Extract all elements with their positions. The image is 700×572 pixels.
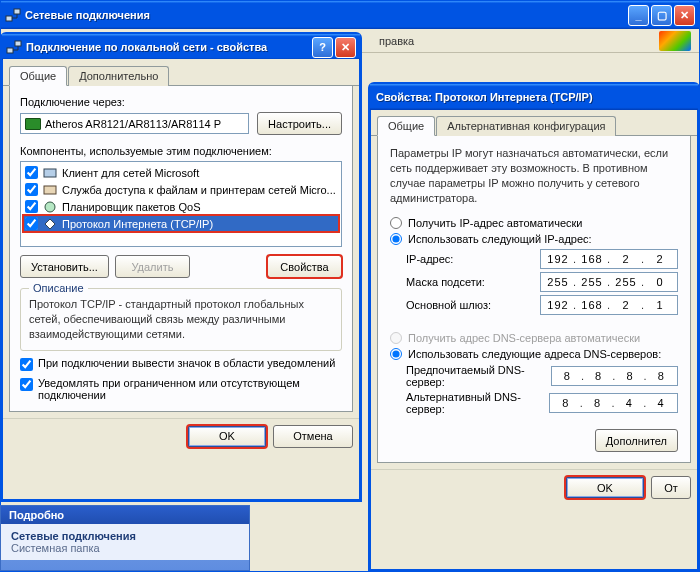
svg-rect-4 [44,169,56,177]
list-item-tcpip[interactable]: Протокол Интернета (TCP/IP) [23,215,339,232]
minimize-button[interactable]: _ [628,5,649,26]
components-label: Компоненты, используемые этим подключени… [20,145,342,157]
qos-icon [42,199,58,215]
item-label: Планировщик пакетов QoS [62,201,201,213]
ip-manual-label: Использовать следующий IP-адрес: [408,233,592,245]
adapter-icon [25,118,41,130]
ok-button[interactable]: OK [565,476,645,499]
details-panel: Подробно Сетевые подключения Системная п… [0,505,250,571]
dns-manual-label: Использовать следующие адреса DNS-сервер… [408,348,661,360]
tab-general[interactable]: Общие [9,66,67,86]
protocol-icon [42,216,58,232]
svg-point-6 [45,202,55,212]
client-icon [42,165,58,181]
dns2-input[interactable]: 8. 8. 4. 4 [549,393,678,413]
gw-label: Основной шлюз: [406,299,491,311]
cancel-button[interactable]: Отмена [273,425,353,448]
svg-rect-1 [14,9,20,14]
item-label: Протокол Интернета (TCP/IP) [62,218,213,230]
parent-title: Сетевые подключения [25,9,628,21]
svg-rect-2 [7,48,13,53]
tcpip-tabstrip: Общие Альтернативная конфигурация [371,109,697,136]
ip-input[interactable]: 192. 168. 2. 2 [540,249,678,269]
gw-input[interactable]: 192. 168. 2. 1 [540,295,678,315]
tcpip-titlebar: Свойства: Протокол Интернета (TCP/IP) [370,84,698,110]
tab-general[interactable]: Общие [377,116,435,136]
ok-button[interactable]: OK [187,425,267,448]
mask-label: Маска подсети: [406,276,485,288]
dns-auto-radio [390,332,402,344]
properties-button[interactable]: Свойства [267,255,342,278]
notify-checkbox[interactable] [20,378,33,391]
lan-icon [6,39,22,55]
adapter-name: Atheros AR8121/AR8113/AR8114 P [45,118,221,130]
details-line1: Сетевые подключения [11,530,239,542]
svg-rect-0 [6,16,12,21]
checkbox[interactable] [25,166,38,179]
dns2-label: Альтернативный DNS-сервер: [406,391,549,415]
ip-label: IP-адрес: [406,253,453,265]
close-button[interactable]: ✕ [335,37,356,58]
tray-icon-label: При подключении вывести значок в области… [38,357,335,369]
connect-via-label: Подключение через: [20,96,342,108]
lan-titlebar: Подключение по локальной сети - свойства… [2,34,360,60]
list-item[interactable]: Служба доступа к файлам и принтерам сете… [23,181,339,198]
tcpip-buttonbar: OK От [371,469,697,505]
item-label: Служба доступа к файлам и принтерам сете… [62,184,336,196]
advanced-button[interactable]: Дополнител [595,429,678,452]
tcpip-general-panel: Параметры IP могут назначаться автоматич… [377,136,691,463]
dns-manual-radio[interactable] [390,348,402,360]
ip-auto-label: Получить IP-адрес автоматически [408,217,582,229]
mask-input[interactable]: 255. 255. 255. 0 [540,272,678,292]
dns1-input[interactable]: 8. 8. 8. 8 [551,366,678,386]
remove-button: Удалить [115,255,190,278]
dialog-buttonbar: OK Отмена [3,418,359,454]
install-button[interactable]: Установить... [20,255,109,278]
svg-rect-5 [44,186,56,194]
components-list[interactable]: Клиент для сетей Microsoft Служба доступ… [20,161,342,247]
list-item[interactable]: Клиент для сетей Microsoft [23,164,339,181]
checkbox[interactable] [25,183,38,196]
tcpip-title: Свойства: Протокол Интернета (TCP/IP) [376,91,692,103]
description-group: Описание Протокол TCP/IP - стандартный п… [20,288,342,351]
general-panel: Подключение через: Atheros AR8121/AR8113… [9,86,353,412]
description-text: Протокол TCP/IP - стандартный протокол г… [29,297,333,342]
ip-auto-radio[interactable] [390,217,402,229]
windows-logo-icon [659,31,691,51]
service-icon [42,182,58,198]
details-line2: Системная папка [11,542,239,554]
details-header[interactable]: Подробно [1,506,249,524]
description-title: Описание [29,282,88,294]
close-button[interactable]: ✕ [674,5,695,26]
svg-rect-3 [15,41,21,46]
configure-button[interactable]: Настроить... [257,112,342,135]
adapter-combo[interactable]: Atheros AR8121/AR8113/AR8114 P [20,113,249,134]
checkbox[interactable] [25,200,38,213]
maximize-button[interactable]: ▢ [651,5,672,26]
tab-alt-config[interactable]: Альтернативная конфигурация [436,116,616,136]
cancel-button[interactable]: От [651,476,691,499]
lan-properties-window: Подключение по локальной сети - свойства… [0,32,362,502]
network-icon [5,7,21,23]
help-text: Параметры IP могут назначаться автоматич… [390,146,678,205]
dns-auto-label: Получить адрес DNS-сервера автоматически [408,332,640,344]
dns1-label: Предпочитаемый DNS-сервер: [406,364,551,388]
tray-icon-checkbox[interactable] [20,358,33,371]
menu-item[interactable]: правка [379,35,414,47]
checkbox[interactable] [25,217,38,230]
tab-advanced[interactable]: Дополнительно [68,66,169,86]
item-label: Клиент для сетей Microsoft [62,167,199,179]
ip-manual-radio[interactable] [390,233,402,245]
list-item[interactable]: Планировщик пакетов QoS [23,198,339,215]
lan-title: Подключение по локальной сети - свойства [26,41,312,53]
tcpip-properties-window: Свойства: Протокол Интернета (TCP/IP) Об… [368,82,700,572]
tabstrip: Общие Дополнительно [3,59,359,86]
notify-label: Уведомлять при ограниченном или отсутств… [38,377,342,401]
parent-titlebar: Сетевые подключения _ ▢ ✕ [1,1,699,29]
help-button[interactable]: ? [312,37,333,58]
